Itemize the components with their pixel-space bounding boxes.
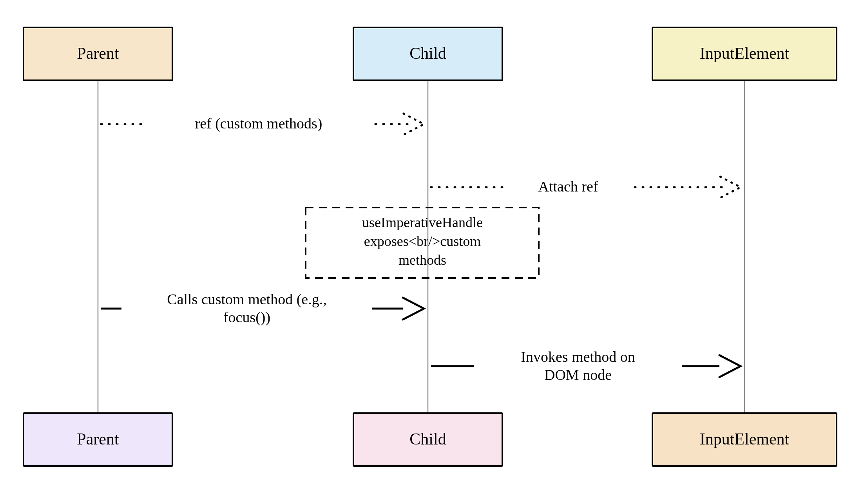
actor-inputelement-label-top: InputElement bbox=[700, 44, 790, 62]
message-calls-custom-method: Calls custom method (e.g., focus()) bbox=[101, 290, 424, 327]
actor-inputelement-bottom: InputElement bbox=[652, 413, 837, 466]
message-invokes-method: Invokes method on DOM node bbox=[431, 347, 741, 385]
message-3-label-line2: focus()) bbox=[223, 309, 270, 326]
actor-parent-label-top: Parent bbox=[77, 44, 119, 62]
note-line-3: methods bbox=[398, 252, 446, 268]
message-2-label: Attach ref bbox=[538, 178, 598, 195]
actor-child-top: Child bbox=[353, 27, 502, 80]
actor-child-label-top: Child bbox=[409, 44, 446, 62]
note-useimperativehandle: useImperativeHandle exposes<br/>custom m… bbox=[306, 208, 539, 278]
message-ref-custom-methods: ref (custom methods) bbox=[101, 114, 424, 135]
sequence-diagram: Parent Child InputElement ref (custom me… bbox=[0, 0, 864, 504]
note-line-2: exposes<br/>custom bbox=[364, 233, 481, 249]
message-attach-ref: Attach ref bbox=[431, 177, 741, 198]
message-4-label-line1: Invokes method on bbox=[521, 349, 635, 365]
note-line-1: useImperativeHandle bbox=[362, 215, 483, 230]
actor-child-label-bottom: Child bbox=[409, 430, 446, 448]
actor-parent-top: Parent bbox=[24, 27, 172, 80]
actor-inputelement-label-bottom: InputElement bbox=[700, 430, 790, 448]
actor-parent-label-bottom: Parent bbox=[77, 430, 119, 448]
message-3-label-line1: Calls custom method (e.g., bbox=[167, 291, 326, 308]
actor-child-bottom: Child bbox=[353, 413, 502, 466]
message-1-label: ref (custom methods) bbox=[195, 115, 322, 132]
message-4-label-line2: DOM node bbox=[544, 367, 612, 383]
actor-parent-bottom: Parent bbox=[24, 413, 172, 466]
actor-inputelement-top: InputElement bbox=[652, 27, 837, 80]
